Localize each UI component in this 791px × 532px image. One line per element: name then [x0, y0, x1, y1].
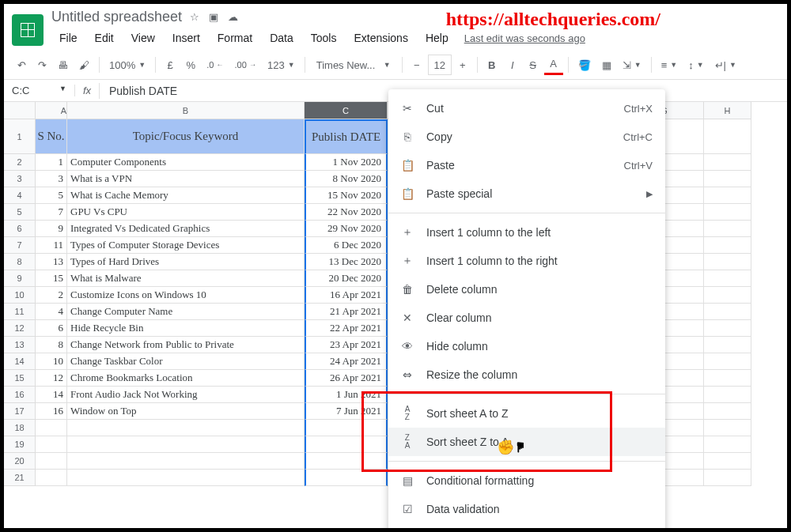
horizontal-align-icon[interactable]: ≡▼: [657, 55, 683, 75]
ctx-sort-az[interactable]: AZ Sort sheet A to Z: [388, 399, 665, 428]
cell-topic[interactable]: What is a VPN: [67, 171, 305, 187]
italic-button[interactable]: I: [503, 55, 522, 75]
menu-extensions[interactable]: Extensions: [346, 28, 415, 47]
cell[interactable]: [36, 420, 67, 436]
row-header-3[interactable]: 3: [4, 171, 36, 187]
row-header-1[interactable]: 1: [4, 119, 36, 154]
cell[interactable]: [704, 171, 751, 187]
cell-date[interactable]: 24 Apr 2021: [305, 353, 388, 370]
col-header-b[interactable]: B: [67, 102, 305, 119]
cell-date[interactable]: 1 Nov 2020: [305, 154, 388, 171]
cell[interactable]: [704, 370, 751, 387]
cell-sno[interactable]: 3: [36, 171, 67, 187]
cell-topic[interactable]: Customize Icons on Windows 10: [67, 287, 305, 304]
row-header-11[interactable]: 11: [4, 304, 36, 320]
cell-topic[interactable]: Change Taskbar Color: [67, 353, 305, 370]
cell[interactable]: [305, 470, 388, 486]
formula-input[interactable]: Publish DATE: [100, 85, 187, 97]
cell-topic[interactable]: Change Computer Name: [67, 304, 305, 320]
cell-sno[interactable]: 6: [36, 320, 67, 337]
cell-sno[interactable]: 13: [36, 254, 67, 270]
ctx-paste[interactable]: 📋 Paste Ctrl+V: [388, 151, 665, 179]
cell-date[interactable]: 23 Apr 2021: [305, 337, 388, 353]
redo-icon[interactable]: ↷: [32, 55, 51, 75]
cell-sno[interactable]: 5: [36, 187, 67, 204]
menu-data[interactable]: Data: [262, 28, 301, 47]
row-header-9[interactable]: 9: [4, 270, 36, 287]
vertical-align-icon[interactable]: ↕▼: [683, 55, 708, 75]
menu-view[interactable]: View: [123, 28, 163, 47]
menu-help[interactable]: Help: [418, 28, 456, 47]
row-header-17[interactable]: 17: [4, 403, 36, 420]
text-color-button[interactable]: A: [544, 55, 563, 75]
ctx-insert-right[interactable]: ＋ Insert 1 column to the right: [388, 247, 665, 275]
move-icon[interactable]: ▣: [209, 11, 218, 23]
currency-button[interactable]: £: [161, 55, 180, 75]
increase-decimal-button[interactable]: .00 →: [230, 55, 262, 75]
decrease-decimal-button[interactable]: .0 ←: [202, 55, 228, 75]
cell-sno[interactable]: 7: [36, 204, 67, 221]
cell-topic[interactable]: What is Malware: [67, 270, 305, 287]
borders-icon[interactable]: ▦: [597, 55, 616, 75]
cell[interactable]: [704, 304, 751, 320]
header-cell-date[interactable]: Publish DATE: [305, 119, 388, 154]
cloud-icon[interactable]: ☁: [228, 11, 238, 23]
print-icon[interactable]: 🖶: [53, 55, 73, 75]
row-header-15[interactable]: 15: [4, 370, 36, 387]
row-header-20[interactable]: 20: [4, 453, 36, 470]
cell[interactable]: [704, 470, 751, 486]
cell[interactable]: [67, 453, 305, 470]
cell[interactable]: [36, 436, 67, 453]
name-box[interactable]: C:C ▼: [4, 85, 75, 96]
row-header-8[interactable]: 8: [4, 254, 36, 270]
cell[interactable]: [704, 436, 751, 453]
cell-topic[interactable]: Types of Computer Storage Devices: [67, 237, 305, 254]
cell-date[interactable]: 13 Dec 2020: [305, 254, 388, 270]
row-header-12[interactable]: 12: [4, 320, 36, 337]
ctx-data-validation[interactable]: ☑ Data validation: [388, 495, 665, 523]
header-cell-topic[interactable]: Topic/Focus Keyword: [67, 119, 305, 154]
ctx-hide-column[interactable]: 👁 Hide column: [388, 332, 665, 360]
cell-date[interactable]: 20 Dec 2020: [305, 270, 388, 287]
fill-color-icon[interactable]: 🪣: [573, 55, 596, 75]
cell-date[interactable]: 22 Apr 2021: [305, 320, 388, 337]
cell-sno[interactable]: 8: [36, 337, 67, 353]
last-edit-link[interactable]: Last edit was seconds ago: [464, 32, 585, 44]
row-header-14[interactable]: 14: [4, 353, 36, 370]
header-cell-sno[interactable]: S No.: [36, 119, 67, 154]
sheets-logo[interactable]: [12, 14, 44, 46]
ctx-paste-special[interactable]: 📋 Paste special ▶: [388, 179, 665, 208]
font-select[interactable]: Times New...▼: [310, 55, 397, 75]
cell[interactable]: [704, 254, 751, 270]
menu-insert[interactable]: Insert: [165, 28, 208, 47]
cell[interactable]: [704, 204, 751, 221]
cell-topic[interactable]: Integrated Vs Dedicated Graphics: [67, 221, 305, 237]
row-header-6[interactable]: 6: [4, 221, 36, 237]
star-icon[interactable]: ☆: [190, 11, 199, 23]
font-size-increment[interactable]: +: [453, 55, 472, 75]
ctx-conditional-formatting[interactable]: ▤ Conditional formatting: [388, 466, 665, 495]
ctx-insert-left[interactable]: ＋ Insert 1 column to the left: [388, 218, 665, 247]
cell[interactable]: [704, 353, 751, 370]
ctx-delete-column[interactable]: 🗑 Delete column: [388, 275, 665, 304]
undo-icon[interactable]: ↶: [12, 55, 31, 75]
cell-topic[interactable]: Change Network from Public to Private: [67, 337, 305, 353]
row-header-13[interactable]: 13: [4, 337, 36, 353]
ctx-clear-column[interactable]: ✕ Clear column: [388, 304, 665, 332]
ctx-copy[interactable]: ⎘ Copy Ctrl+C: [388, 123, 665, 151]
font-size-input[interactable]: 12: [428, 55, 452, 75]
cell[interactable]: [704, 420, 751, 436]
font-size-decrement[interactable]: −: [407, 55, 426, 75]
cell[interactable]: [67, 470, 305, 486]
cell-sno[interactable]: 9: [36, 221, 67, 237]
cell[interactable]: [704, 154, 751, 171]
cell[interactable]: [704, 221, 751, 237]
cell[interactable]: [36, 453, 67, 470]
cell-sno[interactable]: 12: [36, 370, 67, 387]
cell-sno[interactable]: 10: [36, 353, 67, 370]
cell[interactable]: [67, 420, 305, 436]
cell-date[interactable]: 26 Apr 2021: [305, 370, 388, 387]
cell[interactable]: [305, 436, 388, 453]
cell[interactable]: [704, 320, 751, 337]
row-header-19[interactable]: 19: [4, 436, 36, 453]
